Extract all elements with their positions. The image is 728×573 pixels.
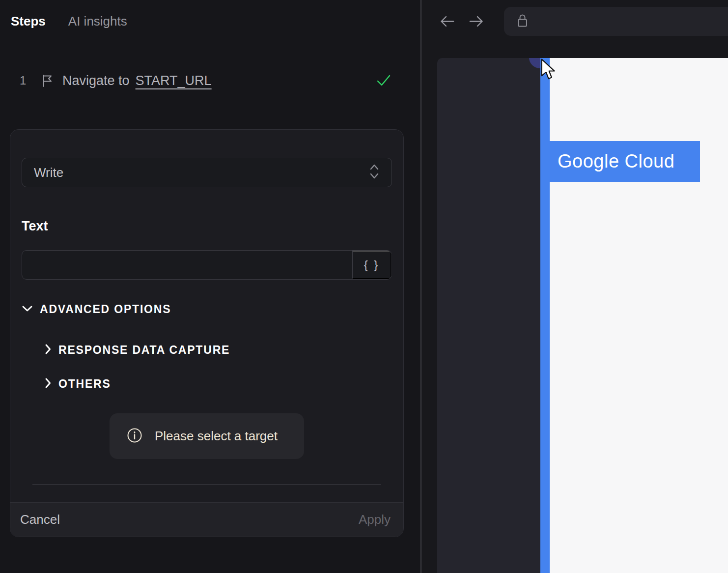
arrow-left-icon — [439, 15, 455, 28]
chevron-right-icon — [45, 344, 51, 357]
app-window: Steps AI insights 1 Navigate toSTART_URL — [0, 0, 728, 573]
forward-button[interactable] — [468, 15, 484, 28]
select-target-hint: Please select a target — [110, 413, 304, 459]
check-icon — [376, 74, 391, 87]
step-title: Navigate toSTART_URL — [62, 73, 376, 88]
chevron-right-icon — [45, 377, 51, 391]
editor-footer: Cancel Apply — [10, 502, 403, 537]
panel-tabs: Steps AI insights — [0, 0, 420, 43]
steps-panel: Steps AI insights 1 Navigate toSTART_URL — [0, 0, 421, 573]
step-row[interactable]: 1 Navigate toSTART_URL — [0, 67, 420, 94]
address-bar[interactable] — [504, 7, 728, 36]
others-label: OTHERS — [58, 377, 111, 391]
browser-panel: Google Cloud — [421, 0, 728, 573]
others-toggle[interactable]: OTHERS — [45, 377, 392, 391]
step-editor-body: Write Text { } — [10, 130, 403, 485]
back-button[interactable] — [439, 15, 455, 28]
text-input[interactable] — [22, 251, 352, 279]
highlighted-target-element[interactable]: Google Cloud — [540, 141, 700, 182]
chevron-down-icon — [22, 305, 33, 314]
info-icon — [126, 427, 143, 446]
step-target-link[interactable]: START_URL — [136, 73, 212, 88]
tab-ai-insights[interactable]: AI insights — [68, 14, 127, 29]
browser-toolbar — [421, 0, 728, 43]
advanced-options-toggle[interactable]: ADVANCED OPTIONS — [22, 303, 392, 316]
action-type-select[interactable]: Write — [22, 158, 392, 187]
apply-button[interactable]: Apply — [359, 512, 391, 527]
updown-chevrons-icon — [369, 162, 380, 183]
preview-dark-sidebar — [437, 58, 540, 573]
insert-variable-button[interactable]: { } — [352, 251, 392, 279]
flag-icon — [41, 74, 54, 87]
text-input-group: { } — [22, 250, 392, 280]
page-preview[interactable]: Google Cloud — [437, 58, 728, 573]
highlight-vertical-bar — [540, 58, 550, 573]
advanced-options-label: ADVANCED OPTIONS — [40, 303, 171, 316]
preview-page-content — [550, 58, 728, 573]
tab-steps[interactable]: Steps — [11, 14, 46, 29]
text-field-label: Text — [22, 219, 392, 234]
select-target-hint-text: Please select a target — [155, 429, 278, 444]
highlighted-target-text: Google Cloud — [558, 151, 674, 172]
lock-icon — [517, 13, 528, 30]
card-divider — [32, 484, 381, 485]
response-data-capture-toggle[interactable]: RESPONSE DATA CAPTURE — [45, 344, 392, 357]
response-data-capture-label: RESPONSE DATA CAPTURE — [58, 344, 230, 357]
step-number: 1 — [20, 74, 30, 87]
cancel-button[interactable]: Cancel — [20, 512, 60, 527]
action-type-value: Write — [34, 165, 63, 180]
step-editor-card: Write Text { } — [10, 129, 404, 537]
arrow-right-icon — [468, 15, 484, 28]
